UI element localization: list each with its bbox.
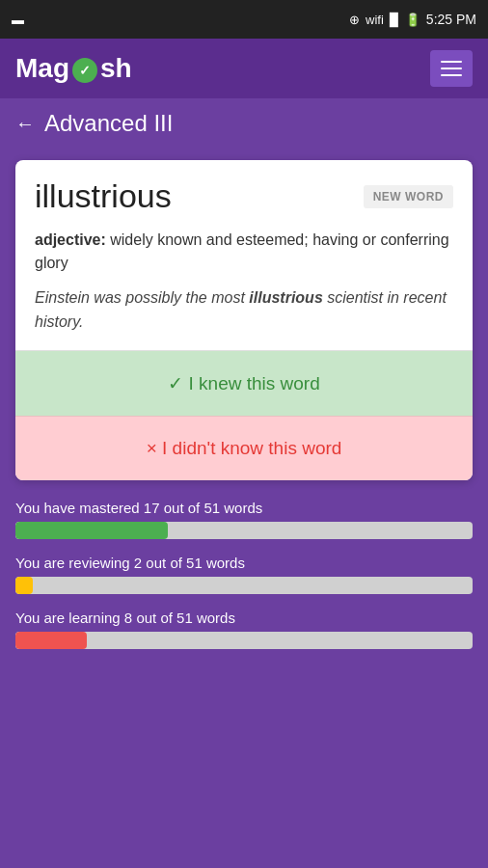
example-plain: Einstein was possibly the most [35, 289, 249, 306]
logo-text-1: Mag [15, 53, 69, 84]
learning-label: You are learning 8 out of 51 words [15, 610, 473, 626]
status-bar: ▬ ⊕ wifi ▉ 🔋 5:25 PM [0, 0, 488, 39]
didnt-x: × [147, 438, 157, 458]
logo-text-2: sh [100, 53, 132, 84]
didnt-label: I didn't know this word [162, 438, 341, 458]
reviewing-label: You are reviewing 2 out of 51 words [15, 555, 473, 571]
knew-button[interactable]: ✓ I knew this word [15, 350, 473, 416]
didnt-text: × I didn't know this word [147, 438, 342, 458]
knew-label: I knew this word [189, 373, 320, 393]
progress-section: You have mastered 17 out of 51 words You… [15, 500, 473, 649]
hamburger-line-3 [441, 74, 462, 76]
word-title: illustrious [35, 177, 172, 215]
signal-icon: ▉ [390, 13, 399, 27]
status-icons: ⊕ wifi ▉ 🔋 5:25 PM [349, 12, 476, 27]
main-content: illustrious NEW WORD adjective: widely k… [0, 149, 488, 868]
learning-bar-fill [15, 632, 87, 649]
example-bold: illustrious [249, 289, 322, 306]
part-of-speech: adjective: [35, 231, 106, 248]
compass-icon: ⊕ [349, 13, 360, 27]
mastered-bar-fill [15, 522, 168, 539]
learning-progress: You are learning 8 out of 51 words [15, 610, 473, 649]
learning-bar-bg [15, 632, 473, 649]
hamburger-line-1 [441, 61, 462, 63]
knew-checkmark: ✓ [168, 373, 183, 393]
nav-bar: Mag sh [0, 39, 488, 98]
app-logo: Mag sh [15, 53, 430, 84]
header-row: ← Advanced III [0, 98, 488, 149]
status-time: 5:25 PM [426, 12, 476, 27]
reviewing-bar-bg [15, 577, 473, 594]
logo-check-icon [72, 58, 97, 83]
reviewing-progress: You are reviewing 2 out of 51 words [15, 555, 473, 594]
back-button[interactable]: ← [15, 113, 35, 135]
knew-text: ✓ I knew this word [168, 373, 320, 393]
battery-icon: 🔋 [405, 13, 420, 27]
page-title: Advanced III [44, 110, 173, 137]
mastered-label: You have mastered 17 out of 51 words [15, 500, 473, 516]
word-card: illustrious NEW WORD adjective: widely k… [15, 160, 473, 480]
mastered-bar-bg [15, 522, 473, 539]
status-bar-left: ▬ [12, 13, 341, 27]
hamburger-line-2 [441, 68, 462, 69]
word-card-top: illustrious NEW WORD adjective: widely k… [15, 160, 473, 350]
menu-button[interactable] [430, 50, 473, 87]
word-definition: adjective: widely known and esteemed; ha… [35, 229, 453, 275]
new-word-badge: NEW WORD [364, 185, 453, 208]
screen-icon: ▬ [12, 13, 24, 27]
wifi-icon: wifi [366, 13, 384, 27]
reviewing-bar-fill [15, 577, 33, 594]
mastered-progress: You have mastered 17 out of 51 words [15, 500, 473, 539]
didnt-know-button[interactable]: × I didn't know this word [15, 416, 473, 480]
word-header: illustrious NEW WORD [35, 177, 453, 215]
word-example: Einstein was possibly the most illustrio… [35, 286, 453, 335]
